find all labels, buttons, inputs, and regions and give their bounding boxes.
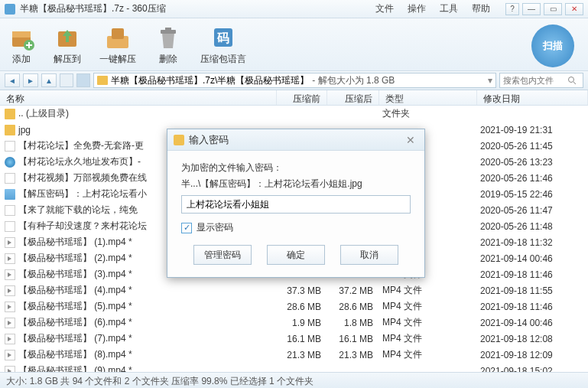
col-date[interactable]: 修改日期 bbox=[477, 90, 588, 105]
file-name: 【村花论坛】全免费-无套路-更 bbox=[18, 139, 144, 152]
add-label: 添加 bbox=[12, 53, 31, 66]
delete-button[interactable]: 删除 bbox=[154, 24, 182, 66]
nav-forward-button[interactable]: ► bbox=[23, 73, 38, 87]
close-button[interactable]: ✕ bbox=[565, 3, 583, 15]
file-name: 【村花视频】万部视频免费在线 bbox=[18, 171, 147, 184]
file-date: 2021-09-18 11:46 bbox=[477, 269, 588, 280]
file-date: 2020-05-26 11:48 bbox=[477, 221, 588, 232]
window-title: 半糖【极品秘书瑶瑶】.7z - 360压缩 bbox=[20, 2, 375, 15]
svg-text:码: 码 bbox=[216, 31, 229, 44]
file-name: 【村花论坛永久地址发布页】- bbox=[18, 155, 141, 168]
table-row[interactable]: 【极品秘书瑶瑶】 (8).mp4 *21.3 MB21.3 MBMP4 文件20… bbox=[0, 347, 588, 363]
file-name: 【极品秘书瑶瑶】 (1).mp4 * bbox=[18, 236, 132, 249]
video-icon bbox=[5, 285, 15, 296]
size-before: 16.1 MB bbox=[277, 334, 327, 344]
file-name: 【极品秘书瑶瑶】 (7).mp4 * bbox=[18, 332, 132, 345]
col-name[interactable]: 名称 bbox=[0, 90, 277, 105]
path-box[interactable]: 半糖【极品秘书瑶瑶】.7z\半糖【极品秘书瑶瑶】 - 解包大小为 1.8 GB … bbox=[93, 73, 496, 88]
file-type: MP4 文件 bbox=[379, 316, 477, 329]
cancel-button[interactable]: 取消 bbox=[340, 245, 398, 265]
maximize-button[interactable]: ▭ bbox=[544, 3, 562, 15]
file-type: MP4 文件 bbox=[379, 300, 477, 313]
table-row[interactable]: 【极品秘书瑶瑶】 (6).mp4 *1.9 MB1.8 MBMP4 文件2021… bbox=[0, 315, 588, 331]
txt-icon bbox=[5, 205, 15, 216]
file-date: 2021-09-18 11:46 bbox=[477, 302, 588, 312]
col-after[interactable]: 压缩后 bbox=[327, 90, 379, 105]
ok-button[interactable]: 确定 bbox=[267, 245, 325, 265]
file-date: 2021-09-18 11:55 bbox=[477, 285, 588, 296]
col-type[interactable]: 类型 bbox=[379, 90, 477, 105]
file-date: 2021-09-18 15:02 bbox=[477, 366, 588, 373]
col-before[interactable]: 压缩前 bbox=[277, 90, 327, 105]
dialog-buttons: 管理密码 确定 取消 bbox=[181, 245, 411, 265]
video-icon bbox=[5, 334, 15, 344]
view-list-button[interactable] bbox=[60, 73, 73, 87]
file-name: 【极品秘书瑶瑶】 (4).mp4 * bbox=[18, 284, 132, 297]
table-row[interactable]: .. (上级目录)文件夹 bbox=[0, 106, 588, 122]
password-dialog: 输入密码 ✕ 为加密的文件输入密码： 半...\【解压密码】：上村花论坛看小姐姐… bbox=[167, 129, 425, 278]
file-type: 文件夹 bbox=[379, 107, 477, 120]
status-bar: 大小: 1.8 GB 共 94 个文件和 2 个文件夹 压缩率 99.8% 已经… bbox=[0, 372, 588, 388]
menu-help[interactable]: 帮助 bbox=[472, 2, 490, 15]
file-date: 2021-09-18 11:32 bbox=[477, 237, 588, 248]
svg-rect-1 bbox=[12, 31, 31, 37]
language-icon: 码 bbox=[210, 24, 237, 51]
file-name: 【极品秘书瑶瑶】 (2).mp4 * bbox=[18, 252, 132, 265]
dialog-file-path: 半...\【解压密码】：上村花论坛看小姐姐.jpg bbox=[181, 178, 411, 191]
nav-bar: ◄ ► ▲ 半糖【极品秘书瑶瑶】.7z\半糖【极品秘书瑶瑶】 - 解包大小为 1… bbox=[0, 70, 588, 90]
size-before: 1.9 MB bbox=[277, 318, 327, 328]
file-name: 【极品秘书瑶瑶】 (6).mp4 * bbox=[18, 316, 132, 329]
one-click-extract-button[interactable]: 一键解压 bbox=[99, 24, 136, 66]
file-name: 【极品秘书瑶瑶】 (9).mp4 * bbox=[18, 364, 132, 372]
nav-up-button[interactable]: ▲ bbox=[41, 73, 57, 87]
table-row[interactable]: 【极品秘书瑶瑶】 (9).mp4 *2021-09-18 15:02 bbox=[0, 363, 588, 372]
folder-icon bbox=[97, 76, 108, 85]
menu-file[interactable]: 文件 bbox=[375, 2, 394, 15]
file-date: 2020-05-26 11:45 bbox=[477, 141, 588, 152]
web-icon bbox=[5, 157, 15, 168]
password-input[interactable] bbox=[181, 195, 411, 214]
dialog-titlebar: 输入密码 ✕ bbox=[167, 129, 424, 151]
window-controls: ? — ▭ ✕ bbox=[505, 3, 583, 15]
nav-back-button[interactable]: ◄ bbox=[5, 73, 20, 87]
video-icon bbox=[5, 269, 15, 280]
extract-to-button[interactable]: 解压到 bbox=[54, 24, 81, 66]
language-button[interactable]: 码 压缩包语言 bbox=[200, 24, 246, 66]
file-date: 2021-09-19 21:31 bbox=[477, 125, 588, 135]
size-before: 37.3 MB bbox=[277, 285, 327, 296]
dialog-close-button[interactable]: ✕ bbox=[403, 133, 418, 147]
path-info: - 解包大小为 1.8 GB bbox=[312, 74, 395, 87]
add-button[interactable]: 添加 bbox=[8, 24, 35, 66]
help-button[interactable]: ? bbox=[505, 3, 519, 15]
folder-icon bbox=[5, 109, 15, 119]
svg-point-10 bbox=[569, 77, 574, 83]
search-input[interactable] bbox=[503, 76, 564, 85]
menu-tools[interactable]: 工具 bbox=[440, 2, 458, 15]
file-type: MP4 文件 bbox=[379, 332, 477, 345]
dropdown-icon[interactable]: ▾ bbox=[488, 75, 492, 86]
file-name: 【有种子却没速度？来村花论坛 bbox=[18, 220, 147, 233]
scan-button[interactable]: 扫描 bbox=[531, 24, 574, 67]
video-icon bbox=[5, 253, 15, 264]
list-header: 名称 压缩前 压缩后 类型 修改日期 bbox=[0, 90, 588, 106]
show-password-checkbox[interactable]: ✓ 显示密码 bbox=[181, 221, 411, 234]
size-after: 21.3 MB bbox=[327, 350, 379, 360]
search-icon bbox=[567, 76, 577, 85]
table-row[interactable]: 【极品秘书瑶瑶】 (4).mp4 *37.3 MB37.2 MBMP4 文件20… bbox=[0, 282, 588, 298]
table-row[interactable]: 【极品秘书瑶瑶】 (5).mp4 *28.6 MB28.6 MBMP4 文件20… bbox=[0, 298, 588, 315]
view-detail-button[interactable] bbox=[76, 73, 90, 87]
menu-operate[interactable]: 操作 bbox=[408, 2, 426, 15]
file-date: 2021-09-18 12:09 bbox=[477, 350, 588, 360]
size-after: 1.8 MB bbox=[327, 318, 379, 328]
checkbox-icon: ✓ bbox=[181, 223, 192, 233]
manage-password-button[interactable]: 管理密码 bbox=[193, 245, 252, 265]
minimize-button[interactable]: — bbox=[522, 3, 541, 15]
search-box[interactable] bbox=[499, 73, 583, 88]
table-row[interactable]: 【极品秘书瑶瑶】 (7).mp4 *16.1 MB16.1 MBMP4 文件20… bbox=[0, 331, 588, 347]
file-type: MP4 文件 bbox=[379, 284, 477, 297]
file-date: 2020-05-26 11:46 bbox=[477, 173, 588, 184]
file-date: 2020-05-26 13:23 bbox=[477, 157, 588, 168]
file-name: 【极品秘书瑶瑶】 (5).mp4 * bbox=[18, 300, 132, 313]
language-label: 压缩包语言 bbox=[200, 53, 246, 66]
video-icon bbox=[5, 350, 15, 360]
